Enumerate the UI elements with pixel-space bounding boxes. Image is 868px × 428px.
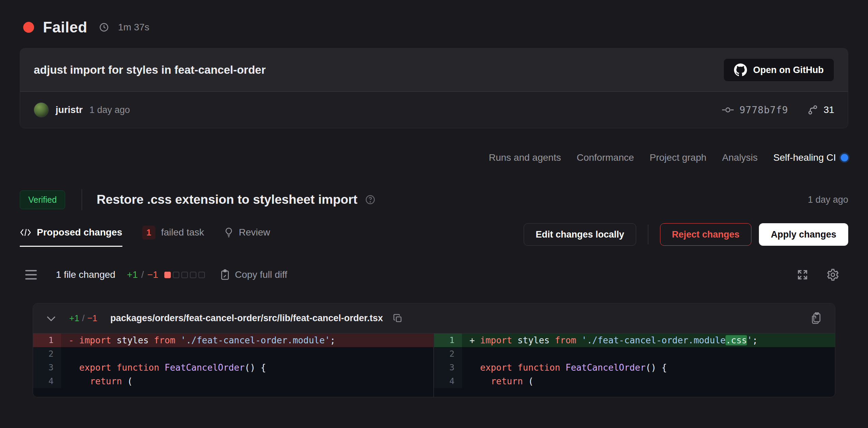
status-duration: 1m 37s (118, 22, 149, 33)
additions-count: +1 (127, 269, 138, 280)
branch-count-group[interactable]: 31 (807, 104, 834, 115)
tab-proposed-changes-label: Proposed changes (37, 227, 122, 238)
apply-changes-button[interactable]: Apply changes (759, 223, 848, 246)
copy-full-diff-button[interactable]: Copy full diff (220, 269, 287, 280)
copy-full-diff-label: Copy full diff (235, 269, 287, 280)
diff-pane-before[interactable]: 1- import styles from './feat-cancel-ord… (33, 333, 434, 397)
lightbulb-icon (224, 227, 234, 238)
open-on-github-label: Open on GitHub (753, 65, 824, 75)
diff-line: 4 return ( (434, 374, 835, 388)
file-diff-stats: +1 / −1 (69, 313, 98, 324)
nav-self-healing-ci-label: Self-healing CI (773, 152, 836, 163)
expand-fullscreen-icon[interactable] (796, 269, 809, 281)
failed-count-badge: 1 (142, 226, 156, 240)
nav-analysis[interactable]: Analysis (722, 152, 758, 163)
git-branch-icon (807, 104, 818, 115)
avatar[interactable] (34, 102, 49, 117)
deletions-count: −1 (147, 269, 158, 280)
nav-self-healing-ci[interactable]: Self-healing CI (773, 152, 848, 163)
diff-line: 3 export function FeatCancelOrder() { (33, 361, 433, 374)
file-deletions: −1 (87, 313, 98, 324)
open-on-github-button[interactable]: Open on GitHub (723, 58, 834, 82)
tab-review[interactable]: Review (224, 227, 270, 247)
line-content: - import styles from './feat-cancel-orde… (61, 333, 433, 347)
fix-time: 1 day ago (808, 195, 848, 205)
commit-time: 1 day ago (89, 105, 130, 115)
copy-path-icon[interactable] (393, 314, 403, 323)
github-icon (734, 63, 747, 76)
branch-count: 31 (824, 104, 834, 115)
help-icon[interactable] (365, 194, 376, 205)
commit-card-meta: juristr 1 day ago 9778b7f9 (20, 92, 848, 128)
slash-separator: / (141, 269, 144, 280)
vertical-divider (81, 189, 82, 210)
commit-title: adjust import for styles in feat-cancel-… (34, 63, 266, 76)
status-row: Failed 1m 37s (20, 19, 848, 36)
diff-file-header: +1 / −1 packages/orders/feat-cancel-orde… (33, 303, 835, 333)
commit-card-header: adjust import for styles in feat-cancel-… (20, 48, 848, 91)
chevron-down-icon[interactable] (46, 315, 56, 322)
tab-failed-task[interactable]: 1 failed task (142, 226, 204, 248)
commit-icon (722, 106, 734, 114)
tab-review-label: Review (239, 227, 270, 238)
line-content: + import styles from './feat-cancel-orde… (462, 333, 835, 347)
clock-icon (99, 22, 109, 32)
copy-file-diff-icon[interactable] (810, 312, 822, 325)
diff-line: 1- import styles from './feat-cancel-ord… (33, 333, 433, 347)
line-content (462, 347, 835, 361)
edit-changes-locally-button[interactable]: Edit changes locally (524, 223, 636, 246)
file-path: packages/orders/feat-cancel-order/src/li… (110, 313, 383, 324)
line-content (61, 347, 433, 361)
slash-separator: / (82, 313, 85, 324)
diff-pane-after[interactable]: 1+ import styles from './feat-cancel-ord… (434, 333, 835, 397)
line-number: 4 (434, 374, 462, 388)
file-additions: +1 (69, 313, 79, 324)
line-content: return ( (462, 374, 835, 388)
file-list-menu-icon[interactable] (25, 270, 37, 280)
line-number: 2 (33, 347, 61, 361)
line-number: 2 (434, 347, 462, 361)
diff-line: 1+ import styles from './feat-cancel-ord… (434, 333, 835, 347)
nav-project-graph[interactable]: Project graph (650, 152, 707, 163)
tabs-row: Proposed changes 1 failed task Review Ed… (20, 223, 848, 251)
diff-line: 3 export function FeatCancelOrder() { (434, 361, 835, 374)
line-number: 3 (33, 361, 61, 374)
top-nav: Runs and agents Conformance Project grap… (20, 152, 848, 163)
commit-sha: 9778b7f9 (739, 104, 788, 116)
nav-runs-and-agents[interactable]: Runs and agents (489, 152, 561, 163)
clipboard-icon (220, 269, 230, 280)
diff-stats: +1 / −1 (127, 269, 158, 280)
diff-line: 4 return ( (33, 374, 433, 388)
line-content: return ( (61, 374, 433, 388)
diff-line: 2 (33, 347, 433, 361)
diff-ratio-squares (164, 272, 205, 278)
nav-conformance[interactable]: Conformance (577, 152, 634, 163)
line-number: 1 (434, 333, 462, 347)
line-number: 1 (33, 333, 61, 347)
vertical-divider (648, 225, 648, 244)
fix-heading-row: Verified Restore .css extension to style… (20, 189, 848, 210)
code-icon (20, 228, 31, 237)
diff-code-area: 1- import styles from './feat-cancel-ord… (33, 333, 835, 397)
diff-line: 2 (434, 347, 835, 361)
commit-sha-group[interactable]: 9778b7f9 (722, 104, 788, 116)
status-label: Failed (43, 19, 87, 36)
failed-status-icon (23, 22, 34, 33)
diff-toolbar: 1 file changed +1 / −1 Copy full diff (20, 268, 848, 281)
tab-proposed-changes[interactable]: Proposed changes (20, 227, 122, 247)
settings-gear-icon[interactable] (826, 268, 839, 281)
commit-card: adjust import for styles in feat-cancel-… (20, 48, 848, 128)
page: Failed 1m 37s adjust import for styles i… (0, 0, 868, 428)
verified-badge: Verified (20, 190, 65, 209)
diff-panel: +1 / −1 packages/orders/feat-cancel-orde… (33, 303, 835, 397)
files-changed-label: 1 file changed (56, 269, 115, 280)
fix-title: Restore .css extension to stylesheet imp… (96, 192, 357, 207)
tab-failed-task-label: failed task (161, 227, 204, 238)
reject-changes-button[interactable]: Reject changes (660, 223, 751, 246)
line-number: 4 (33, 374, 61, 388)
line-number: 3 (434, 361, 462, 374)
line-content: export function FeatCancelOrder() { (462, 361, 835, 374)
author-name: juristr (56, 104, 83, 115)
active-nav-dot-icon (841, 154, 848, 161)
line-content: export function FeatCancelOrder() { (61, 361, 433, 374)
